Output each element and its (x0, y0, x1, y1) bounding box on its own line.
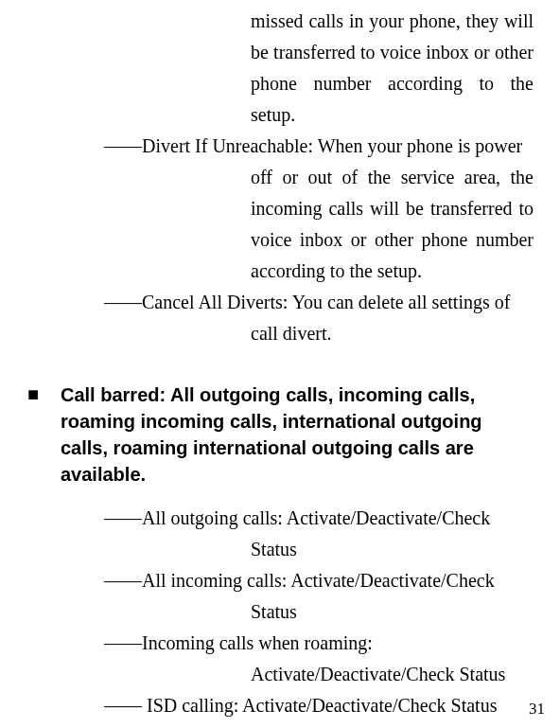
text-line: ――Divert If Unreachable: When your phone… (104, 131, 534, 162)
text-line: missed calls in your phone, they will be… (104, 6, 534, 131)
text-line: ――Cancel All Diverts: You can delete all… (104, 287, 534, 318)
text-line: ――All outgoing calls: Activate/Deactivat… (104, 503, 534, 534)
text-line: ―― ISD calling: Activate/Deactivate/Chec… (104, 690, 534, 721)
call-divert-section: missed calls in your phone, they will be… (26, 6, 534, 349)
text-line: off or out of the service area, the inco… (104, 162, 534, 287)
text-line: Activate/Deactivate/Check Status (104, 659, 534, 690)
call-barred-section: ――All outgoing calls: Activate/Deactivat… (26, 503, 534, 728)
call-barred-heading: Call barred: All outgoing calls, incomin… (61, 382, 534, 488)
text-line: ――Dial when INTL roaming: (104, 721, 534, 728)
bullet-icon: ■ (27, 383, 39, 405)
text-line: ――Incoming calls when roaming: (104, 628, 534, 659)
text-line: Status (104, 596, 534, 628)
text-line: Status (104, 534, 534, 565)
page-number: 31 (529, 700, 545, 719)
text-line: call divert. (104, 318, 534, 349)
text-line: ――All incoming calls: Activate/Deactivat… (104, 565, 534, 596)
document-page: missed calls in your phone, they will be… (0, 0, 560, 728)
call-barred-heading-block: ■ Call barred: All outgoing calls, incom… (32, 382, 534, 488)
